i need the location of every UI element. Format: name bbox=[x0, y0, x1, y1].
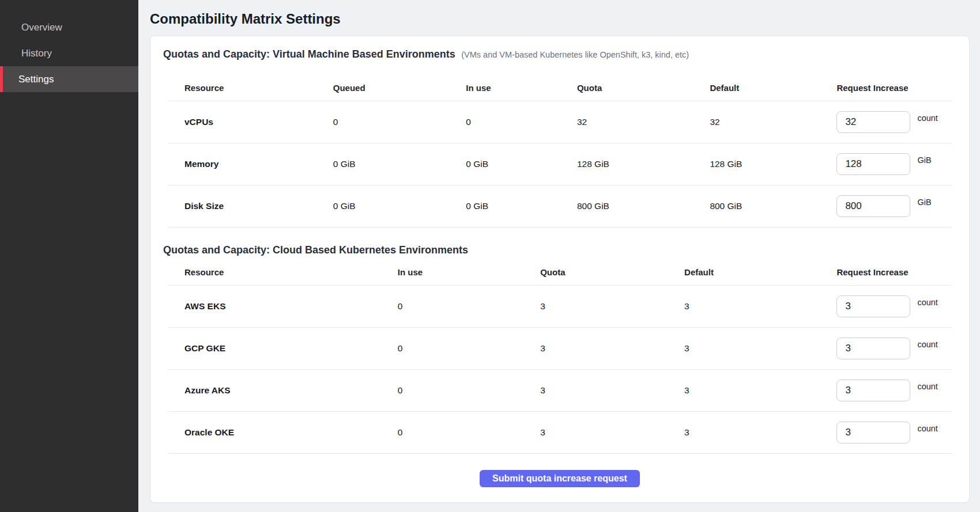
request-increase-input[interactable] bbox=[836, 337, 910, 359]
sidebar-item-label: Settings bbox=[18, 74, 54, 85]
request-increase-cell: GiB bbox=[836, 195, 935, 217]
settings-card: Quotas and Capacity: Virtual Machine Bas… bbox=[150, 36, 970, 503]
in-use-cell: 0 bbox=[398, 385, 540, 396]
submit-quota-increase-button[interactable]: Submit quota increase request bbox=[480, 470, 640, 487]
vm-table-body: vCPUs 0 0 32 32 count Memory 0 GiB 0 GiB… bbox=[168, 101, 952, 227]
unit-label: count bbox=[917, 424, 937, 433]
request-increase-input[interactable] bbox=[836, 422, 910, 443]
resource-cell: Disk Size bbox=[184, 201, 333, 211]
quota-cell: 3 bbox=[540, 301, 684, 312]
quota-cell: 32 bbox=[577, 117, 710, 127]
in-use-cell: 0 GiB bbox=[466, 159, 577, 169]
vm-table-header-row: Resource Queued In use Quota Default Req… bbox=[168, 75, 952, 101]
column-header-default: Default bbox=[710, 83, 836, 93]
sidebar-item-overview[interactable]: Overview bbox=[0, 14, 138, 40]
default-cell: 3 bbox=[684, 385, 836, 396]
sidebar-item-history[interactable]: History bbox=[0, 40, 138, 66]
unit-label: GiB bbox=[917, 198, 931, 207]
column-header-quota: Quota bbox=[540, 267, 684, 277]
request-increase-input[interactable] bbox=[836, 380, 910, 401]
default-cell: 3 bbox=[684, 343, 836, 354]
resource-cell: vCPUs bbox=[184, 117, 333, 127]
page-title: Compatibility Matrix Settings bbox=[150, 10, 970, 28]
vm-section-title: Quotas and Capacity: Virtual Machine Bas… bbox=[163, 48, 455, 60]
table-row: Memory 0 GiB 0 GiB 128 GiB 128 GiB GiB bbox=[168, 143, 952, 185]
default-cell: 32 bbox=[710, 117, 836, 127]
column-header-default: Default bbox=[684, 267, 836, 277]
queued-cell: 0 GiB bbox=[333, 201, 466, 211]
default-cell: 128 GiB bbox=[710, 159, 836, 169]
request-increase-input[interactable] bbox=[836, 195, 910, 217]
request-increase-cell: count bbox=[836, 422, 937, 443]
queued-cell: 0 GiB bbox=[333, 159, 466, 169]
unit-label: count bbox=[917, 298, 937, 307]
unit-label: GiB bbox=[917, 156, 931, 165]
submit-button-row: Submit quota increase request bbox=[163, 470, 956, 487]
column-header-resource: Resource bbox=[184, 83, 333, 93]
resource-cell: Azure AKS bbox=[184, 385, 398, 396]
main-content: Compatibility Matrix Settings Quotas and… bbox=[138, 0, 980, 512]
request-increase-cell: count bbox=[836, 295, 937, 317]
cloud-section-title: Quotas and Capacity: Cloud Based Kuberne… bbox=[163, 244, 468, 256]
column-header-quota: Quota bbox=[577, 83, 710, 93]
request-increase-input[interactable] bbox=[836, 153, 910, 175]
sidebar-item-label: History bbox=[21, 48, 52, 59]
cloud-table-body: AWS EKS 0 3 3 count GCP GKE 0 3 3 count … bbox=[168, 286, 952, 454]
sidebar-item-label: Overview bbox=[21, 22, 62, 33]
resource-cell: Memory bbox=[184, 159, 333, 169]
queued-cell: 0 bbox=[333, 117, 466, 127]
quota-cell: 3 bbox=[540, 427, 684, 438]
unit-label: count bbox=[917, 382, 937, 391]
request-increase-input[interactable] bbox=[836, 111, 910, 133]
table-row: vCPUs 0 0 32 32 count bbox=[168, 101, 952, 143]
sidebar: Overview History Settings bbox=[0, 0, 138, 512]
quota-cell: 128 GiB bbox=[577, 159, 710, 169]
request-increase-cell: count bbox=[836, 337, 937, 359]
column-header-in-use: In use bbox=[466, 83, 577, 93]
in-use-cell: 0 bbox=[398, 427, 540, 438]
column-header-resource: Resource bbox=[184, 267, 398, 277]
in-use-cell: 0 bbox=[398, 343, 540, 354]
request-increase-cell: GiB bbox=[836, 153, 935, 175]
cloud-quota-table: Resource In use Quota Default Request In… bbox=[168, 259, 952, 454]
request-increase-cell: count bbox=[836, 380, 937, 401]
vm-quota-table: Resource Queued In use Quota Default Req… bbox=[168, 75, 952, 227]
cloud-section-heading: Quotas and Capacity: Cloud Based Kuberne… bbox=[163, 244, 956, 257]
table-row: Disk Size 0 GiB 0 GiB 800 GiB 800 GiB Gi… bbox=[168, 185, 952, 227]
table-row: AWS EKS 0 3 3 count bbox=[168, 286, 952, 328]
resource-cell: AWS EKS bbox=[184, 301, 398, 312]
quota-cell: 3 bbox=[540, 343, 684, 354]
column-header-request-increase: Request Increase bbox=[836, 267, 935, 277]
in-use-cell: 0 bbox=[398, 301, 540, 312]
cloud-table-header-row: Resource In use Quota Default Request In… bbox=[168, 259, 952, 286]
default-cell: 800 GiB bbox=[710, 201, 836, 211]
column-header-request-increase: Request Increase bbox=[836, 83, 935, 93]
resource-cell: Oracle OKE bbox=[184, 427, 398, 438]
unit-label: count bbox=[917, 113, 937, 123]
sidebar-item-settings[interactable]: Settings bbox=[0, 66, 138, 92]
resource-cell: GCP GKE bbox=[184, 343, 398, 354]
vm-section-heading: Quotas and Capacity: Virtual Machine Bas… bbox=[163, 48, 956, 61]
quota-cell: 800 GiB bbox=[577, 201, 710, 211]
default-cell: 3 bbox=[684, 427, 836, 438]
app-root: Overview History Settings Compatibility … bbox=[0, 0, 980, 512]
column-header-queued: Queued bbox=[333, 83, 466, 93]
request-increase-input[interactable] bbox=[836, 295, 910, 317]
vm-section-note: (VMs and VM-based Kubernetes like OpenSh… bbox=[461, 50, 689, 59]
table-row: GCP GKE 0 3 3 count bbox=[168, 328, 952, 370]
default-cell: 3 bbox=[684, 301, 836, 312]
quota-cell: 3 bbox=[540, 385, 684, 396]
request-increase-cell: count bbox=[836, 111, 937, 133]
table-row: Oracle OKE 0 3 3 count bbox=[168, 412, 952, 454]
unit-label: count bbox=[917, 340, 937, 349]
in-use-cell: 0 bbox=[466, 117, 577, 127]
table-row: Azure AKS 0 3 3 count bbox=[168, 370, 952, 412]
in-use-cell: 0 GiB bbox=[466, 201, 577, 211]
column-header-in-use: In use bbox=[398, 267, 540, 277]
